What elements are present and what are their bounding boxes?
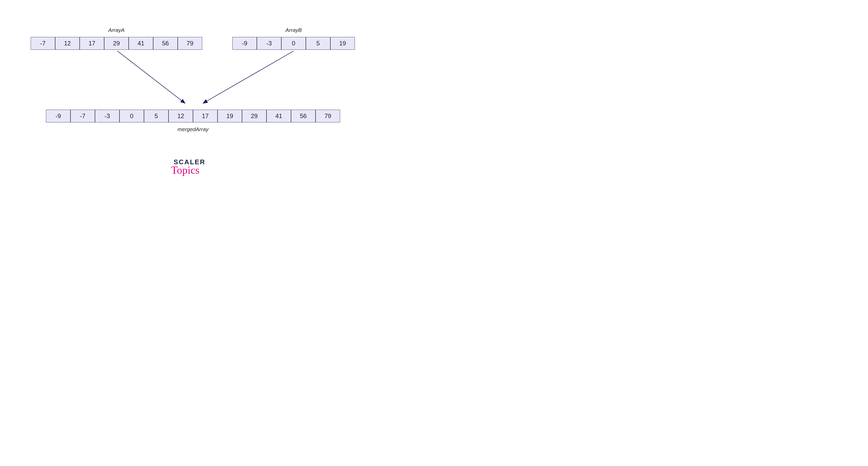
array-a-cell: 79 bbox=[178, 37, 202, 50]
array-b-cell: 0 bbox=[281, 37, 306, 50]
merged-cell: 17 bbox=[193, 110, 218, 123]
array-a-cell: 56 bbox=[153, 37, 178, 50]
array-a-cell: 17 bbox=[80, 37, 104, 50]
merged-cell: -3 bbox=[95, 110, 120, 123]
array-a: -7 12 17 29 41 56 79 bbox=[31, 37, 202, 50]
merged-cell: 79 bbox=[315, 110, 340, 123]
scaler-topics-logo: SCALER Topics bbox=[174, 158, 214, 178]
array-b: -9 -3 0 5 19 bbox=[232, 37, 355, 50]
merged-cell: 0 bbox=[120, 110, 144, 123]
arrow-from-b bbox=[203, 51, 293, 103]
merged-cell: 29 bbox=[242, 110, 267, 123]
merged-cell: 12 bbox=[168, 110, 193, 123]
array-b-label: ArrayB bbox=[232, 27, 355, 33]
merged-cell: 5 bbox=[144, 110, 168, 123]
array-a-cell: -7 bbox=[31, 37, 55, 50]
merged-array: -9 -7 -3 0 5 12 17 19 29 41 56 79 bbox=[46, 110, 340, 123]
merged-cell: -7 bbox=[70, 110, 95, 123]
merged-cell: -9 bbox=[46, 110, 70, 123]
arrow-from-a bbox=[118, 51, 185, 103]
merged-cell: 41 bbox=[267, 110, 291, 123]
array-a-label: ArrayA bbox=[31, 27, 202, 33]
array-b-cell: 5 bbox=[306, 37, 330, 50]
merged-cell: 56 bbox=[291, 110, 315, 123]
logo-topics-text: Topics bbox=[171, 164, 212, 176]
array-b-cell: 19 bbox=[330, 37, 355, 50]
merged-array-label: mergedArray bbox=[46, 126, 340, 132]
merged-cell: 19 bbox=[218, 110, 242, 123]
array-b-cell: -3 bbox=[257, 37, 281, 50]
array-a-cell: 41 bbox=[129, 37, 153, 50]
array-a-cell: 12 bbox=[55, 37, 80, 50]
array-b-cell: -9 bbox=[232, 37, 257, 50]
array-a-cell: 29 bbox=[104, 37, 129, 50]
